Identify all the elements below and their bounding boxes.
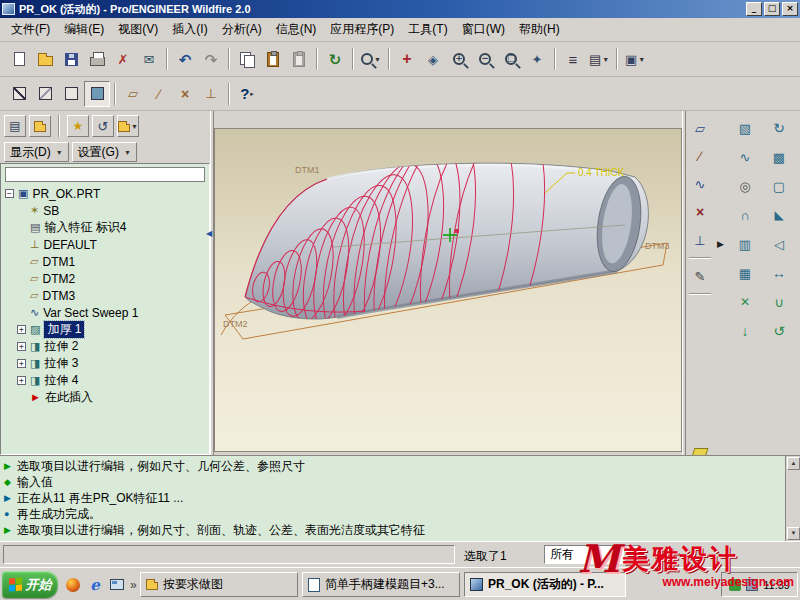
csys-display-icon[interactable] [198,81,224,107]
media-player-icon[interactable] [64,576,82,594]
collapse-box-icon[interactable]: − [5,189,14,198]
expand-box-icon[interactable]: + [17,376,26,385]
draft-tool-icon[interactable] [766,231,792,257]
print-icon[interactable] [84,46,110,72]
menu-applications[interactable]: 应用程序(P) [323,18,401,41]
erase-display-icon[interactable] [110,46,136,72]
maximize-button[interactable]: □ [764,2,780,16]
round-tool-icon[interactable] [732,202,758,228]
wrap-tool-icon[interactable] [766,318,792,344]
expand-box-icon[interactable]: + [17,325,26,334]
chevron-down-icon[interactable]: ▼ [623,547,639,562]
taskbar-button-proe[interactable]: PR_OK (活动的) - P... [464,572,626,597]
redo-icon[interactable] [198,46,224,72]
menu-analysis[interactable]: 分析(A) [215,18,269,41]
tree-row-input-feature[interactable]: 输入特征 标识4 [1,219,209,236]
tree-row-extrude2[interactable]: + 拉伸 2 [1,338,209,355]
show-dropdown-button[interactable]: 显示(D) [4,142,69,162]
model-body[interactable] [245,163,648,319]
history-icon[interactable] [92,115,114,137]
csys-tool-icon[interactable] [687,227,713,253]
refit-icon[interactable]: □ [498,46,524,72]
tree-row-sweep[interactable]: Var Sect Sweep 1 [1,304,209,321]
paste-icon[interactable] [260,46,286,72]
scroll-down-icon[interactable]: ▼ [787,527,800,540]
blend-tool-icon[interactable] [766,144,792,170]
menu-tools[interactable]: 工具(T) [401,18,454,41]
copy-icon[interactable] [234,46,260,72]
datum-plane-display-icon[interactable] [120,81,146,107]
settings-dropdown-button[interactable]: 设置(G) [72,142,137,162]
zoom-in-icon[interactable]: + [446,46,472,72]
chamfer-tool-icon[interactable] [766,202,792,228]
tray-status-icon[interactable] [729,579,741,591]
project-tool-icon[interactable] [732,318,758,344]
tree-row-insert-here[interactable]: 在此插入 [1,389,209,406]
redraw-icon[interactable] [524,46,550,72]
tree-row-extrude4[interactable]: + 拉伸 4 [1,372,209,389]
regenerate-icon[interactable] [322,46,348,72]
search-icon[interactable] [358,46,384,72]
expand-box-icon[interactable]: + [17,359,26,368]
paste-special-icon[interactable] [286,46,312,72]
chevron-more-icon[interactable] [130,579,137,591]
undo-icon[interactable] [172,46,198,72]
datum-plane-tool-icon[interactable] [687,115,713,141]
menu-help[interactable]: 帮助(H) [512,18,567,41]
layers-icon[interactable] [560,46,586,72]
new-file-icon[interactable] [6,46,32,72]
tree-row-thicken[interactable]: + 加厚 1 [1,321,209,338]
menu-window[interactable]: 窗口(W) [455,18,512,41]
shell-tool-icon[interactable] [766,173,792,199]
pattern-tool-icon[interactable] [732,260,758,286]
menu-insert[interactable]: 插入(I) [165,18,214,41]
tree-row-extrude3[interactable]: + 拉伸 3 [1,355,209,372]
spin-center-icon[interactable] [394,46,420,72]
menu-view[interactable]: 视图(V) [111,18,165,41]
hidden-line-icon[interactable] [32,81,58,107]
view-manager-icon[interactable] [586,46,612,72]
sketch-tool-icon[interactable] [687,263,713,289]
sweep-tool-icon[interactable] [732,144,758,170]
favorites-icon[interactable] [67,115,89,137]
menu-info[interactable]: 信息(N) [269,18,324,41]
save-icon[interactable] [58,46,84,72]
menu-edit[interactable]: 编辑(E) [57,18,111,41]
minimize-button[interactable]: _ [746,2,762,16]
datum-point-tool-icon[interactable] [687,199,713,225]
navigator-menu-icon[interactable] [117,115,139,137]
send-mail-icon[interactable] [136,46,162,72]
tree-header-box[interactable] [5,167,205,182]
model-tree-icon[interactable] [4,115,26,137]
tree-row-default-csys[interactable]: DEFAULT [1,236,209,253]
message-scrollbar[interactable]: ▲ ▼ [785,456,800,541]
taskbar-button-document[interactable]: 简单手柄建模题目+3... [302,572,460,597]
internet-explorer-icon[interactable] [86,576,104,594]
merge-tool-icon[interactable] [766,289,792,315]
expand-box-icon[interactable]: + [17,342,26,351]
rib-tool-icon[interactable] [732,231,758,257]
open-file-icon[interactable] [32,46,58,72]
trim-tool-icon[interactable] [732,289,758,315]
tray-volume-icon[interactable] [746,579,758,591]
expand-right-icon[interactable] [717,240,724,249]
menu-file[interactable]: 文件(F) [4,18,57,41]
show-desktop-icon[interactable] [108,576,126,594]
datum-axis-tool-icon[interactable] [687,143,713,169]
model-display-menu-icon[interactable] [622,46,648,72]
collapse-left-icon[interactable]: ◀ [206,229,212,238]
folder-browser-icon[interactable] [29,115,51,137]
zoom-out-icon[interactable]: − [472,46,498,72]
wireframe-icon[interactable] [6,81,32,107]
datum-curve-tool-icon[interactable] [687,171,713,197]
datum-axis-display-icon[interactable] [146,81,172,107]
graphics-viewport[interactable]: 0.4 THICK DTM1 DTM2 DTM3 [214,128,682,452]
start-button[interactable]: 开始 [2,571,58,598]
tree-row-dtm1[interactable]: DTM1 [1,253,209,270]
selection-filter-combo[interactable]: 所有 ▼ [544,545,640,564]
revolve-tool-icon[interactable] [766,115,792,141]
scroll-up-icon[interactable]: ▲ [787,457,800,470]
tree-row-dtm2[interactable]: DTM2 [1,270,209,287]
tree-row-part[interactable]: − PR_OK.PRT [1,185,209,202]
shaded-icon[interactable] [84,81,110,107]
